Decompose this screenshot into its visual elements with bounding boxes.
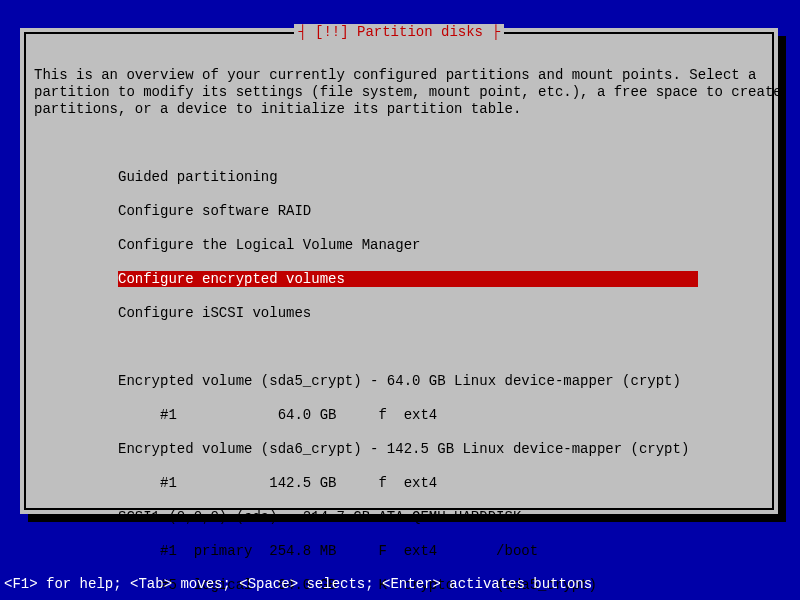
menu-item-raid[interactable]: Configure software RAID — [34, 203, 764, 220]
spacer — [34, 339, 764, 356]
description-text: This is an overview of your currently co… — [34, 67, 764, 118]
partition-row[interactable]: #1 142.5 GB f ext4 — [34, 475, 764, 492]
menu-item-encrypted[interactable]: Configure encrypted volumes — [34, 271, 764, 288]
dialog-content: This is an overview of your currently co… — [34, 50, 764, 600]
device-header-sda6crypt[interactable]: Encrypted volume (sda6_crypt) - 142.5 GB… — [34, 441, 764, 458]
help-footer: <F1> for help; <Tab> moves; <Space> sele… — [0, 576, 592, 592]
device-header-sda[interactable]: SCSI1 (0,0,0) (sda) - 214.7 GB ATA QEMU … — [34, 509, 764, 526]
partition-row[interactable]: #1 primary 254.8 MB F ext4 /boot — [34, 543, 764, 560]
spacer — [34, 135, 764, 152]
menu-item-iscsi[interactable]: Configure iSCSI volumes — [34, 305, 764, 322]
partition-row[interactable]: #1 64.0 GB f ext4 — [34, 407, 764, 424]
dialog-title: ┤ [!!] Partition disks ├ — [294, 24, 504, 40]
device-header-sda5crypt[interactable]: Encrypted volume (sda5_crypt) - 64.0 GB … — [34, 373, 764, 390]
partition-dialog: ┤ [!!] Partition disks ├ This is an over… — [20, 28, 778, 514]
dialog-frame: ┤ [!!] Partition disks ├ This is an over… — [24, 32, 774, 510]
dialog-title-wrap: ┤ [!!] Partition disks ├ — [26, 24, 772, 40]
menu-item-guided[interactable]: Guided partitioning — [34, 169, 764, 186]
menu-item-lvm[interactable]: Configure the Logical Volume Manager — [34, 237, 764, 254]
